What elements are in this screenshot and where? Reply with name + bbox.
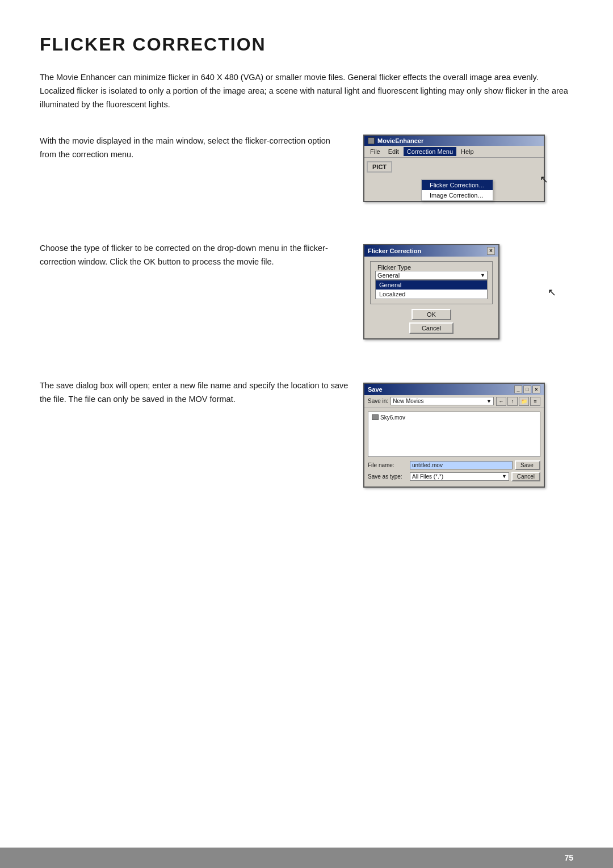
- new-folder-btn[interactable]: 📁: [519, 397, 529, 406]
- flicker-cancel-btn[interactable]: Cancel: [409, 322, 454, 334]
- saveas-row: Save as type: All Files (*.*) ▼ Cancel: [368, 472, 540, 481]
- location-arrow: ▼: [486, 399, 492, 404]
- save-dialog-title: Save: [368, 386, 383, 393]
- save-toolbar: Save in: New Movies ▼ ← ↑ 📁 ≡: [364, 395, 544, 408]
- save-toolbar-buttons: ← ↑ 📁 ≡: [496, 397, 540, 406]
- flicker-ok-btn[interactable]: OK: [412, 309, 451, 320]
- page-title: FLICKER CORRECTION: [40, 34, 573, 55]
- flicker-type-legend: Flicker Type: [375, 264, 488, 271]
- save-as-type-value: All Files (*.*): [412, 473, 443, 480]
- save-location-dropdown[interactable]: New Movies ▼: [391, 397, 494, 405]
- flicker-type-select-container: General ▼ General Localized: [375, 271, 488, 299]
- flicker-dialog-buttons: OK Cancel: [370, 309, 493, 334]
- menu-help[interactable]: Help: [457, 147, 477, 156]
- pict-label: PICT: [372, 163, 387, 170]
- menu-file[interactable]: File: [367, 147, 384, 156]
- section-1-text: With the movie displayed in the main win…: [40, 135, 358, 162]
- save-file-area: Sky6.mov: [368, 412, 540, 457]
- save-location-value: New Movies: [393, 398, 423, 404]
- save-cancel-btn[interactable]: Cancel: [511, 472, 540, 481]
- pict-toolbar-btn[interactable]: PICT: [367, 161, 392, 173]
- save-titlebar-controls: _ □ ×: [514, 385, 540, 393]
- save-as-type-select[interactable]: All Files (*.*) ▼: [410, 472, 509, 481]
- file-name-label: File name:: [368, 462, 408, 468]
- select-arrow: ▼: [480, 272, 485, 278]
- save-as-arrow: ▼: [502, 473, 507, 479]
- correction-dropdown: Flicker Correction… Image Correction…: [421, 179, 493, 201]
- view-btn[interactable]: ≡: [530, 397, 540, 406]
- save-min-btn[interactable]: _: [514, 385, 522, 393]
- section-2-text: Choose the type of flicker to be correct…: [40, 242, 358, 269]
- movieenhancer-title: MovieEnhancer: [377, 137, 423, 144]
- cursor-arrow-2: ↖: [548, 286, 556, 299]
- flicker-type-group: Flicker Type General ▼ General Localized: [370, 261, 493, 304]
- section-3-text: The save dialog box will open; enter a n…: [40, 379, 358, 406]
- save-dialog: Save _ □ × Save in: New Movies ▼ ←: [363, 383, 545, 488]
- flicker-type-select[interactable]: General ▼: [375, 271, 488, 280]
- flicker-correction-dialog: Flicker Correction × Flicker Type Genera…: [363, 244, 499, 339]
- page-footer: 75: [0, 848, 613, 868]
- flicker-correction-item[interactable]: Flicker Correction…: [422, 180, 493, 190]
- section-2: Choose the type of flicker to be correct…: [40, 242, 573, 339]
- page-content: FLICKER CORRECTION The Movie Enhancer ca…: [0, 0, 613, 533]
- file-name-sky6: Sky6.mov: [380, 414, 405, 421]
- option-general[interactable]: General: [376, 280, 487, 290]
- file-name-input[interactable]: untitled.mov: [410, 461, 513, 469]
- flicker-dialog-close[interactable]: ×: [487, 247, 495, 255]
- movieenhancer-window: MovieEnhancer File Edit Correction Menu …: [363, 135, 545, 202]
- intro-paragraph: The Movie Enhancer can minimize flicker …: [40, 71, 573, 112]
- file-item-sky6: Sky6.mov: [370, 414, 538, 421]
- flicker-dialog-titlebar: Flicker Correction ×: [364, 245, 498, 257]
- option-localized[interactable]: Localized: [376, 290, 487, 299]
- movieenhancer-illustration: MovieEnhancer File Edit Correction Menu …: [363, 135, 556, 202]
- menu-correction[interactable]: Correction Menu: [404, 147, 456, 156]
- page-number: 75: [564, 853, 573, 862]
- file-icon: [372, 414, 379, 420]
- flicker-dialog-body: Flicker Type General ▼ General Localized: [364, 257, 498, 338]
- win-menubar: File Edit Correction Menu Help: [364, 146, 544, 158]
- image-correction-item[interactable]: Image Correction…: [422, 190, 493, 200]
- flicker-type-dropdown: General Localized: [375, 280, 488, 299]
- save-btn[interactable]: Save: [515, 460, 540, 470]
- section-1: With the movie displayed in the main win…: [40, 135, 573, 202]
- flicker-dialog-illustration: Flicker Correction × Flicker Type Genera…: [363, 242, 556, 339]
- save-dialog-illustration: Save _ □ × Save in: New Movies ▼ ←: [363, 379, 556, 488]
- save-max-btn[interactable]: □: [523, 385, 531, 393]
- back-btn[interactable]: ←: [496, 397, 506, 406]
- menu-edit[interactable]: Edit: [385, 147, 402, 156]
- save-as-type-label: Save as type:: [368, 473, 408, 480]
- save-in-label: Save in:: [368, 398, 388, 404]
- win-body: PICT Flicker Correction… Image Correctio…: [364, 158, 544, 201]
- flicker-dialog-title: Flicker Correction: [368, 248, 421, 254]
- up-btn[interactable]: ↑: [507, 397, 518, 406]
- filename-row: File name: untitled.mov Save: [368, 460, 540, 470]
- save-close-btn[interactable]: ×: [532, 385, 540, 393]
- section-3: The save dialog box will open; enter a n…: [40, 379, 573, 488]
- save-form: File name: untitled.mov Save Save as typ…: [364, 460, 544, 487]
- flicker-type-value: General: [377, 272, 400, 279]
- save-dialog-titlebar: Save _ □ ×: [364, 384, 544, 395]
- titlebar-icon: [368, 137, 375, 144]
- movieenhancer-titlebar: MovieEnhancer: [364, 136, 544, 146]
